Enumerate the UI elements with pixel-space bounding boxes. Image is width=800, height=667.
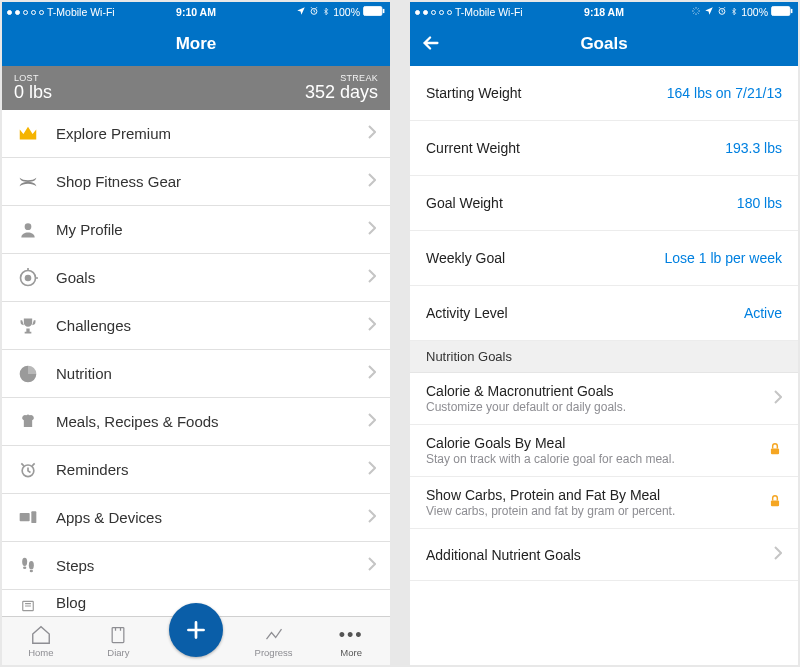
row-calorie-by-meal[interactable]: Calorie Goals By Meal Stay on track with… <box>410 425 798 477</box>
svg-rect-8 <box>31 511 36 523</box>
row-meals[interactable]: Meals, Recipes & Foods <box>2 398 390 446</box>
row-my-profile[interactable]: My Profile <box>2 206 390 254</box>
row-label: Meals, Recipes & Foods <box>56 413 368 430</box>
row-apps-devices[interactable]: Apps & Devices <box>2 494 390 542</box>
lock-icon <box>768 493 782 513</box>
goal-value: Active <box>744 305 782 321</box>
goal-value: 193.3 lbs <box>725 140 782 156</box>
row-additional-nutrient[interactable]: Additional Nutrient Goals <box>410 529 798 581</box>
row-explore-premium[interactable]: Explore Premium <box>2 110 390 158</box>
page-title: More <box>176 34 217 54</box>
row-steps[interactable]: Steps <box>2 542 390 590</box>
row-label: Apps & Devices <box>56 509 368 526</box>
row-activity-level[interactable]: Activity Level Active <box>410 286 798 341</box>
goal-label: Current Weight <box>426 140 520 156</box>
crown-icon <box>16 122 40 146</box>
row-label: My Profile <box>56 221 368 238</box>
row-challenges[interactable]: Challenges <box>2 302 390 350</box>
row-weekly-goal[interactable]: Weekly Goal Lose 1 lb per week <box>410 231 798 286</box>
footsteps-icon <box>16 554 40 578</box>
row-carbs-protein-fat[interactable]: Show Carbs, Protein and Fat By Meal View… <box>410 477 798 529</box>
goal-label: Weekly Goal <box>426 250 505 266</box>
nutri-title: Additional Nutrient Goals <box>426 547 581 563</box>
under-armour-icon <box>16 170 40 194</box>
nutri-subtitle: View carbs, protein and fat by gram or p… <box>426 504 675 518</box>
tab-home[interactable]: Home <box>2 617 80 665</box>
svg-rect-19 <box>771 500 779 506</box>
loading-icon <box>691 6 701 18</box>
target-icon <box>16 266 40 290</box>
row-label: Explore Premium <box>56 125 368 142</box>
location-icon <box>296 6 306 18</box>
chevron-right-icon <box>774 390 782 408</box>
diary-icon <box>107 624 129 646</box>
chevron-right-icon <box>368 461 376 479</box>
tab-progress[interactable]: Progress <box>235 617 313 665</box>
section-nutrition-goals: Nutrition Goals <box>410 341 798 373</box>
clock: 9:10 AM <box>176 6 216 18</box>
goal-value: 164 lbs on 7/21/13 <box>667 85 782 101</box>
nutri-title: Calorie Goals By Meal <box>426 435 675 451</box>
goals-list: Starting Weight 164 lbs on 7/21/13 Curre… <box>410 66 798 665</box>
battery-percent: 100% <box>333 6 360 18</box>
page-title: Goals <box>580 34 627 54</box>
goal-value: 180 lbs <box>737 195 782 211</box>
trophy-icon <box>16 314 40 338</box>
nutri-title: Show Carbs, Protein and Fat By Meal <box>426 487 675 503</box>
svg-rect-14 <box>113 628 125 643</box>
row-calorie-macro[interactable]: Calorie & Macronutrient Goals Customize … <box>410 373 798 425</box>
row-reminders[interactable]: Reminders <box>2 446 390 494</box>
status-bar: T-Mobile Wi-Fi 9:10 AM 100% <box>2 2 390 22</box>
svg-rect-18 <box>771 448 779 454</box>
chevron-right-icon <box>368 365 376 383</box>
svg-rect-16 <box>772 6 790 15</box>
svg-rect-1 <box>364 6 382 15</box>
row-current-weight[interactable]: Current Weight 193.3 lbs <box>410 121 798 176</box>
row-goals[interactable]: Goals <box>2 254 390 302</box>
phone-goals: T-Mobile Wi-Fi 9:18 AM 100% Goal <box>410 2 798 665</box>
chef-hat-icon <box>16 410 40 434</box>
row-label: Shop Fitness Gear <box>56 173 368 190</box>
lost-value: 0 lbs <box>14 83 52 103</box>
streak-label: STREAK <box>340 73 378 83</box>
nutri-title: Calorie & Macronutrient Goals <box>426 383 626 399</box>
row-label: Steps <box>56 557 368 574</box>
svg-rect-17 <box>791 9 793 13</box>
battery-icon <box>363 6 385 18</box>
menu-list: Explore Premium Shop Fitness Gear My Pro… <box>2 110 390 616</box>
chevron-right-icon <box>368 557 376 575</box>
row-goal-weight[interactable]: Goal Weight 180 lbs <box>410 176 798 231</box>
row-nutrition[interactable]: Nutrition <box>2 350 390 398</box>
svg-rect-7 <box>20 513 30 521</box>
svg-point-5 <box>26 275 31 280</box>
tab-bar: Home Diary Progress ••• More <box>2 616 390 665</box>
goal-label: Activity Level <box>426 305 508 321</box>
chevron-right-icon <box>774 546 782 564</box>
svg-rect-2 <box>383 9 385 13</box>
bluetooth-icon <box>730 6 738 19</box>
chevron-right-icon <box>368 269 376 287</box>
tab-more[interactable]: ••• More <box>312 617 390 665</box>
add-button[interactable] <box>169 603 223 657</box>
chevron-right-icon <box>368 125 376 143</box>
person-icon <box>16 218 40 242</box>
svg-point-10 <box>23 566 26 569</box>
carrier-label: T-Mobile Wi-Fi <box>47 6 115 18</box>
more-icon: ••• <box>340 624 362 646</box>
chevron-right-icon <box>368 173 376 191</box>
tab-label: More <box>340 647 362 658</box>
svg-point-12 <box>30 569 33 572</box>
svg-point-3 <box>25 223 32 230</box>
svg-point-9 <box>22 557 27 565</box>
goal-label: Starting Weight <box>426 85 521 101</box>
row-shop-fitness[interactable]: Shop Fitness Gear <box>2 158 390 206</box>
row-label: Challenges <box>56 317 368 334</box>
tab-diary[interactable]: Diary <box>80 617 158 665</box>
home-icon <box>30 624 52 646</box>
row-label: Reminders <box>56 461 368 478</box>
location-icon <box>704 6 714 18</box>
back-button[interactable] <box>420 32 444 56</box>
nav-header: Goals <box>410 22 798 66</box>
row-starting-weight[interactable]: Starting Weight 164 lbs on 7/21/13 <box>410 66 798 121</box>
lost-label: LOST <box>14 73 39 83</box>
